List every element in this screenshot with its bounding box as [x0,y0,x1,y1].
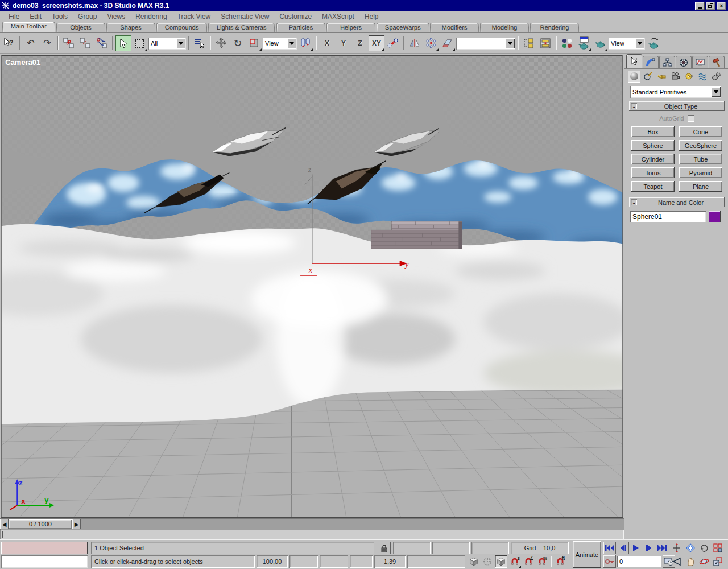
selection-region-button[interactable] [132,35,148,51]
menu-views[interactable]: Views [102,11,130,22]
viewport-scene[interactable]: z y x z y x Camera01 [1,55,623,518]
tab-particles[interactable]: Particles [276,23,325,32]
tab-modifiers[interactable]: Modifiers [430,23,479,32]
unlink-selection-button[interactable] [77,35,93,51]
min-max-toggle-button[interactable] [711,555,724,568]
time-slider-left-arrow[interactable]: ◀ [0,519,9,529]
torus-button[interactable]: Torus [631,167,675,178]
sphere-button[interactable]: Sphere [631,140,675,151]
select-and-link-button[interactable] [61,35,77,51]
name-color-rollout-header[interactable]: - Name and Color [629,197,725,207]
tab-utilities[interactable] [709,56,725,68]
render-scene-button[interactable] [576,35,592,51]
zoom-extents-button[interactable] [684,542,697,554]
dropdown-arrow-icon[interactable] [635,39,644,48]
x-coordinate-field[interactable] [393,542,431,554]
menu-group[interactable]: Group [73,11,102,22]
arc-rotate-button[interactable] [697,555,710,568]
box-button[interactable]: Box [631,126,675,137]
object-color-swatch[interactable] [709,211,721,222]
time-slider-right-arrow[interactable]: ▶ [72,519,81,529]
y-coordinate-field[interactable] [432,542,470,554]
tab-lights-cameras[interactable]: Lights & Cameras [208,23,275,32]
dropdown-arrow-icon[interactable] [176,39,185,48]
menu-customize[interactable]: Customize [274,11,317,22]
current-frame-field[interactable] [617,556,661,567]
dropdown-arrow-icon[interactable] [506,39,515,48]
close-button[interactable]: × [717,2,726,10]
snap-toggle-3d-button[interactable] [495,555,507,568]
category-geometry[interactable] [628,71,640,83]
go-to-end-button[interactable] [656,542,668,554]
category-helpers[interactable] [682,71,695,83]
play-button[interactable] [630,542,642,554]
select-and-move-button[interactable] [213,35,229,51]
selection-filter-dropdown[interactable]: All [148,38,186,50]
open-track-view-button[interactable] [521,35,537,51]
object-type-rollout-header[interactable]: - Object Type [629,101,725,111]
tab-display[interactable] [692,56,708,68]
help-mode-button[interactable]: ? [1,35,17,51]
menu-track-view[interactable]: Track View [172,11,216,22]
go-to-start-button[interactable] [603,542,616,554]
render-type-dropdown[interactable]: View [609,38,645,50]
dropdown-arrow-icon[interactable] [712,87,721,97]
restore-button[interactable] [706,2,715,10]
tab-motion[interactable] [676,56,692,68]
time-slider-handle[interactable]: 0 / 1000 [9,519,72,529]
restrict-z-button[interactable]: Z [352,35,368,51]
angle-snap-button[interactable]: ∠ [522,555,535,568]
category-shapes[interactable] [642,71,654,83]
teapot-button[interactable]: Teapot [631,181,675,192]
menu-rendering[interactable]: Rendering [130,11,172,22]
redo-button[interactable]: ↷ [39,35,55,51]
zoom-all-button[interactable] [697,542,710,554]
cylinder-button[interactable]: Cylinder [631,154,675,164]
field-of-view-button[interactable] [670,555,683,568]
tab-spacewarps[interactable]: SpaceWarps [376,23,429,32]
tab-compounds[interactable]: Compounds [156,23,207,32]
tab-modeling[interactable]: Modeling [480,23,530,32]
select-object-button[interactable] [115,35,131,51]
render-last-button[interactable] [646,35,661,51]
open-schematic-view-button[interactable] [537,35,553,51]
viewport-label[interactable]: Camera01 [5,58,40,67]
percent-snap-button[interactable]: % [536,555,548,568]
next-frame-button[interactable] [643,542,655,554]
z-coordinate-field[interactable] [471,542,509,554]
select-by-name-button[interactable] [192,35,208,51]
category-systems[interactable] [710,71,722,83]
zoom-extents-all-button[interactable] [711,542,724,554]
tab-shapes[interactable]: Shapes [106,23,155,32]
tab-main-toolbar[interactable]: Main Toolbar [2,22,55,32]
cone-button[interactable]: Cone [679,126,722,137]
named-selection-sets-dropdown[interactable] [456,38,515,50]
maxscript-mini-listener-white[interactable] [1,555,88,568]
restrict-x-button[interactable]: X [319,35,335,51]
use-pivot-point-button[interactable] [297,35,313,51]
pyramid-button[interactable]: Pyramid [679,167,722,178]
menu-tools[interactable]: Tools [47,11,73,22]
undo-button[interactable]: ↶ [23,35,39,51]
key-mode-toggle[interactable] [603,555,616,568]
tab-modify[interactable] [643,56,659,68]
align-button[interactable] [440,35,456,51]
geosphere-button[interactable]: GeoSphere [679,140,722,151]
menu-schematic-view[interactable]: Schematic View [216,11,274,22]
object-name-input[interactable] [630,211,706,222]
maxscript-mini-listener-pink[interactable] [1,542,88,554]
draft-snap-button[interactable] [468,555,480,568]
transform-value-field[interactable]: 100,00 [257,555,288,568]
category-space-warps[interactable] [696,71,709,83]
bind-to-space-warp-button[interactable] [94,35,110,51]
snap-3-button[interactable]: 3 [508,555,521,568]
mirror-button[interactable] [407,35,423,51]
tab-objects[interactable]: Objects [56,23,105,32]
material-editor-button[interactable] [559,35,575,51]
select-and-rotate-button[interactable]: ↻ [230,35,246,51]
selection-lock-toggle[interactable] [377,542,391,554]
ik-toggle-button[interactable] [385,35,401,51]
restrict-y-button[interactable]: Y [336,35,351,51]
category-lights[interactable] [655,71,668,83]
tab-create[interactable] [626,54,642,68]
